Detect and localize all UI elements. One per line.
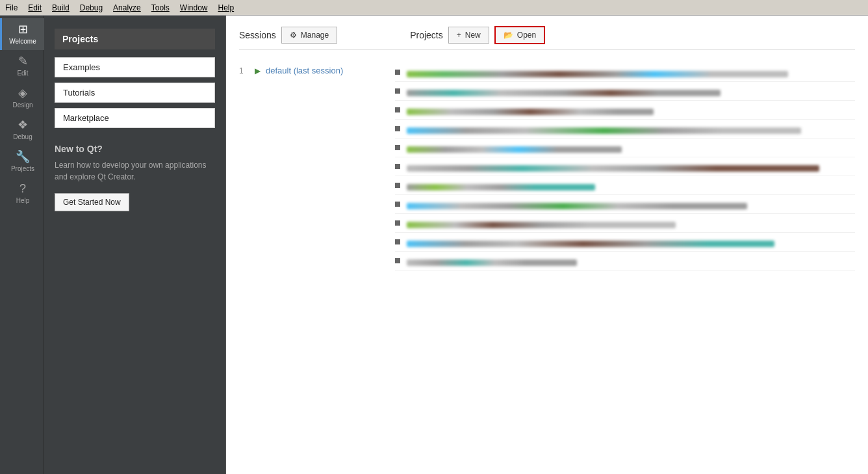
table-row <box>395 195 855 214</box>
projects-label: Projects <box>410 30 443 40</box>
session-item[interactable]: 1 ▶ default (last session) <box>239 63 382 78</box>
project-dot <box>395 239 400 244</box>
project-info <box>407 124 855 134</box>
right-header: Sessions ⚙ Manage Projects + New 📂 <box>239 26 855 50</box>
project-dot <box>395 164 400 169</box>
sidebar-item-help[interactable]: ? Help <box>0 178 44 209</box>
sidebar-label-projects: Projects <box>11 165 34 172</box>
project-dot <box>395 258 400 263</box>
session-number: 1 <box>239 66 249 75</box>
sidebar-item-design[interactable]: ◈ Design <box>0 82 44 114</box>
sidebar-label-help: Help <box>16 197 30 204</box>
sessions-list: 1 ▶ default (last session) <box>239 63 382 270</box>
open-label: Open <box>517 31 536 40</box>
help-icon: ? <box>19 183 26 194</box>
projects-header-group: Projects + New 📂 Open <box>410 26 545 44</box>
new-project-button[interactable]: + New <box>448 27 489 44</box>
project-dot <box>395 202 400 207</box>
table-row <box>395 233 855 252</box>
session-link[interactable]: default (last session) <box>266 66 343 75</box>
design-icon: ◈ <box>18 87 27 99</box>
table-row <box>395 176 855 195</box>
project-dot <box>395 70 400 75</box>
projects-list <box>395 63 855 270</box>
two-panel-right: 1 ▶ default (last session) <box>239 63 855 270</box>
menu-analyze[interactable]: Analyze <box>113 3 141 12</box>
project-info <box>407 86 855 96</box>
sidebar-label-design: Design <box>12 101 32 109</box>
project-info <box>407 199 855 209</box>
project-dot <box>395 88 400 94</box>
menu-file[interactable]: File <box>5 3 18 12</box>
tutorials-button[interactable]: Tutorials <box>55 83 215 103</box>
session-arrow-icon: ▶ <box>255 66 261 75</box>
table-row <box>395 138 855 157</box>
new-to-qt-section: New to Qt? Learn how to develop your own… <box>55 144 215 211</box>
projects-icon: 🔧 <box>16 151 30 163</box>
sidebar-item-projects[interactable]: 🔧 Projects <box>0 146 44 178</box>
sidebar: ⊞ Welcome ✎ Edit ◈ Design ❖ Debug 🔧 Proj… <box>0 16 44 474</box>
project-info <box>407 237 855 247</box>
get-started-button[interactable]: Get Started Now <box>55 193 129 211</box>
project-info <box>407 105 855 115</box>
sidebar-label-edit: Edit <box>17 70 28 77</box>
panel-title: Projects <box>55 29 215 49</box>
project-info <box>407 218 855 228</box>
sessions-header-group: Sessions ⚙ Manage <box>239 27 337 44</box>
menu-build[interactable]: Build <box>52 3 70 12</box>
sidebar-label-debug: Debug <box>13 133 32 140</box>
table-row <box>395 82 855 101</box>
sidebar-item-debug[interactable]: ❖ Debug <box>0 114 44 146</box>
project-info <box>407 180 855 191</box>
project-info <box>407 161 855 172</box>
folder-icon: 📂 <box>504 31 513 40</box>
open-project-button[interactable]: 📂 Open <box>494 26 545 44</box>
menu-bar: File Edit Build Debug Analyze Tools Wind… <box>0 0 868 16</box>
app-body: ⊞ Welcome ✎ Edit ◈ Design ❖ Debug 🔧 Proj… <box>0 16 868 474</box>
project-dot <box>395 220 400 226</box>
menu-edit[interactable]: Edit <box>28 3 42 12</box>
left-panel: Projects Examples Tutorials Marketplace … <box>44 16 226 474</box>
manage-button[interactable]: ⚙ Manage <box>281 27 337 44</box>
new-to-qt-description: Learn how to develop your own applicatio… <box>55 159 215 183</box>
manage-label: Manage <box>301 31 329 40</box>
gear-icon: ⚙ <box>290 31 297 40</box>
project-dot <box>395 126 400 131</box>
table-row <box>395 252 855 270</box>
welcome-icon: ⊞ <box>18 23 28 35</box>
right-panel: Sessions ⚙ Manage Projects + New 📂 <box>226 16 868 474</box>
table-row <box>395 120 855 138</box>
table-row <box>395 63 855 82</box>
menu-debug[interactable]: Debug <box>80 3 103 12</box>
content-area: Projects Examples Tutorials Marketplace … <box>44 16 868 474</box>
sidebar-item-welcome[interactable]: ⊞ Welcome <box>0 18 44 50</box>
menu-tools[interactable]: Tools <box>151 3 170 12</box>
edit-icon: ✎ <box>18 55 28 67</box>
new-label: New <box>465 31 481 40</box>
project-rows <box>395 63 855 270</box>
examples-button[interactable]: Examples <box>55 57 215 77</box>
debug-icon: ❖ <box>18 119 28 131</box>
sidebar-item-edit[interactable]: ✎ Edit <box>0 50 44 82</box>
project-info <box>407 256 855 266</box>
menu-help[interactable]: Help <box>218 3 235 12</box>
table-row <box>395 157 855 176</box>
project-dot <box>395 183 400 188</box>
project-dot <box>395 145 400 150</box>
marketplace-button[interactable]: Marketplace <box>55 108 215 128</box>
new-to-qt-heading: New to Qt? <box>55 144 215 154</box>
table-row <box>395 214 855 233</box>
plus-icon: + <box>457 31 461 40</box>
sessions-label: Sessions <box>239 30 276 40</box>
menu-window[interactable]: Window <box>180 3 208 12</box>
table-row <box>395 101 855 120</box>
project-dot <box>395 107 400 112</box>
project-info <box>407 67 855 77</box>
project-info <box>407 142 855 153</box>
sidebar-label-welcome: Welcome <box>9 38 36 45</box>
